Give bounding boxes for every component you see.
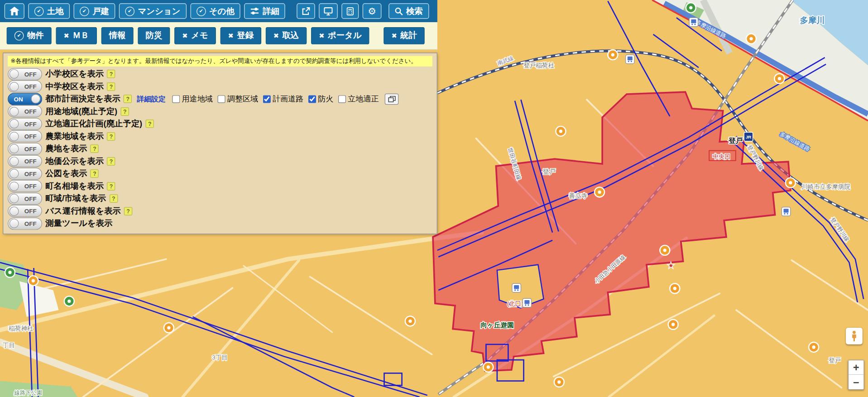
home-button[interactable] bbox=[5, 3, 24, 19]
bouka-checkbox-label[interactable]: 防火 bbox=[308, 94, 333, 104]
ritchi-tekiseika-label: 立地適正化計画(廃止予定) bbox=[45, 119, 142, 129]
town-city-area-help-icon[interactable]: ? bbox=[109, 194, 117, 202]
ritchi-checkbox-label[interactable]: 立地適正 bbox=[338, 94, 379, 104]
bousai-button[interactable]: 防災 bbox=[138, 27, 170, 44]
transit-map-pin[interactable] bbox=[626, 55, 635, 64]
land-price-toggle[interactable]: OFF bbox=[8, 155, 42, 167]
kouzu-label: 公図を表示 bbox=[45, 168, 87, 179]
ritchi-tekiseika-help-icon[interactable]: ? bbox=[146, 120, 154, 128]
townname-souba-help-icon[interactable]: ? bbox=[107, 182, 115, 190]
other-button[interactable]: ✔その他 bbox=[190, 3, 240, 19]
transit-map-pin[interactable] bbox=[512, 283, 521, 292]
house-button[interactable]: ✔戸建 bbox=[74, 3, 115, 19]
land-price-help-icon[interactable]: ? bbox=[107, 157, 115, 165]
external-link-button[interactable] bbox=[297, 3, 315, 19]
orange-map-pin[interactable] bbox=[164, 323, 174, 333]
torikomi-button[interactable]: ✖取込 bbox=[266, 27, 307, 44]
orange-map-pin[interactable] bbox=[405, 316, 415, 326]
orange-map-pin[interactable] bbox=[608, 50, 618, 60]
youto-checkbox-label[interactable]: 用途地域 bbox=[173, 94, 213, 104]
orange-map-pin[interactable] bbox=[556, 126, 566, 136]
orange-map-pin[interactable] bbox=[746, 34, 756, 44]
toggle-row-agri-area: OFF農業地域を表示? bbox=[8, 130, 432, 142]
ritchi-tekiseika-toggle[interactable]: OFF bbox=[8, 118, 42, 130]
transit-map-pin[interactable] bbox=[689, 18, 698, 27]
popout-window-button[interactable] bbox=[385, 93, 399, 104]
toggle-state-label: OFF bbox=[24, 195, 37, 202]
map-label: 善立寺 bbox=[569, 192, 587, 199]
youto-chiiki-label: 用途地域(廃止予定) bbox=[45, 106, 117, 116]
land-button[interactable]: ✔土地 bbox=[28, 3, 70, 19]
chousei-checkbox-label[interactable]: 調整区域 bbox=[218, 94, 258, 104]
keikaku-douro-checkbox[interactable] bbox=[263, 95, 271, 103]
jr-map-pin[interactable]: JR bbox=[744, 132, 753, 141]
map-label: 登戸 bbox=[728, 137, 743, 144]
green-map-pin[interactable] bbox=[5, 268, 15, 277]
orange-map-pin[interactable] bbox=[483, 362, 493, 372]
elementary-district-help-icon[interactable]: ? bbox=[107, 70, 115, 78]
city-plan-help-icon[interactable]: ? bbox=[124, 95, 132, 103]
elementary-district-toggle[interactable]: OFF bbox=[8, 68, 42, 80]
toukei-button[interactable]: ✖統計 bbox=[384, 27, 425, 44]
x-icon: ✖ bbox=[228, 33, 233, 39]
search-button[interactable]: 検索 bbox=[388, 3, 429, 19]
mansion-button[interactable]: ✔マンション bbox=[119, 3, 187, 19]
orange-map-pin[interactable] bbox=[809, 342, 819, 352]
orange-map-pin[interactable] bbox=[786, 178, 796, 188]
calculator-button[interactable] bbox=[342, 3, 359, 19]
junior-district-toggle[interactable]: OFF bbox=[8, 80, 42, 92]
portal-button[interactable]: ✖ポータル bbox=[311, 27, 369, 44]
chousei-checkbox[interactable] bbox=[218, 95, 225, 103]
survey-tool-toggle[interactable]: OFF bbox=[8, 217, 42, 230]
youto-chiiki-help-icon[interactable]: ? bbox=[121, 107, 129, 115]
memo-button[interactable]: ✖メモ bbox=[174, 27, 216, 44]
townname-souba-toggle[interactable]: OFF bbox=[8, 180, 42, 192]
layer-panel: ※各種情報はすべて「参考データ」となります。最新情報ではなかったり、ズレや間違い… bbox=[3, 53, 437, 234]
city-plan-settings-link[interactable]: 詳細設定 bbox=[137, 94, 166, 104]
transit-map-pin[interactable] bbox=[523, 298, 532, 307]
bus-info-help-icon[interactable]: ? bbox=[124, 207, 132, 215]
ritchi-checkbox-text: 立地適正 bbox=[348, 94, 379, 104]
youto-checkbox-text: 用途地域 bbox=[182, 94, 212, 104]
transit-map-pin[interactable] bbox=[782, 207, 791, 216]
zoom-in-button[interactable]: + bbox=[849, 360, 863, 375]
toggle-knob bbox=[10, 194, 19, 203]
kouzu-help-icon[interactable]: ? bbox=[91, 169, 99, 177]
zoom-out-button[interactable]: − bbox=[849, 375, 863, 389]
agri-area-help-icon[interactable]: ? bbox=[107, 132, 115, 140]
orange-map-pin[interactable] bbox=[595, 187, 604, 197]
secondary-toolbar: ✔物件✖ＭＢ情報防災✖メモ✖登録✖取込✖ポータル✖統計 bbox=[0, 22, 437, 50]
city-plan-toggle[interactable]: ON bbox=[8, 93, 42, 105]
orange-map-pin[interactable] bbox=[670, 283, 680, 293]
youto-chiiki-toggle[interactable]: OFF bbox=[8, 105, 42, 117]
agri-area-toggle[interactable]: OFF bbox=[8, 130, 42, 142]
junior-district-help-icon[interactable]: ? bbox=[107, 82, 115, 91]
kouzu-toggle[interactable]: OFF bbox=[8, 167, 42, 180]
pegman-control[interactable] bbox=[846, 328, 863, 344]
magnifier-icon bbox=[394, 7, 403, 15]
keikaku-douro-checkbox-label[interactable]: 計画道路 bbox=[263, 94, 303, 104]
town-city-area-toggle[interactable]: OFF bbox=[8, 192, 42, 205]
bus-info-toggle[interactable]: OFF bbox=[8, 205, 42, 217]
orange-map-pin[interactable] bbox=[660, 245, 670, 255]
youto-checkbox[interactable] bbox=[173, 95, 180, 103]
farmland-help-icon[interactable]: ? bbox=[91, 144, 99, 153]
touroku-button[interactable]: ✖登録 bbox=[220, 27, 261, 44]
gear-icon: ⚙ bbox=[368, 6, 376, 16]
green-map-pin[interactable] bbox=[64, 296, 74, 306]
monitor-button[interactable] bbox=[319, 3, 338, 19]
settings-button[interactable]: ⚙ bbox=[363, 3, 381, 19]
info-button[interactable]: 情報 bbox=[101, 27, 134, 44]
detail-button[interactable]: 詳細 bbox=[245, 3, 285, 19]
orange-map-pin[interactable] bbox=[554, 377, 564, 387]
green-map-pin[interactable] bbox=[686, 3, 696, 13]
orange-map-pin[interactable] bbox=[28, 276, 38, 286]
farmland-toggle[interactable]: OFF bbox=[8, 143, 42, 155]
mb-button[interactable]: ✖ＭＢ bbox=[56, 27, 97, 44]
bukken-button[interactable]: ✔物件 bbox=[7, 27, 52, 44]
junior-district-label: 中学校区を表示 bbox=[45, 81, 104, 91]
orange-map-pin[interactable] bbox=[774, 74, 784, 84]
orange-map-pin[interactable] bbox=[668, 320, 678, 330]
bouka-checkbox[interactable] bbox=[308, 95, 316, 103]
ritchi-checkbox[interactable] bbox=[338, 95, 346, 103]
